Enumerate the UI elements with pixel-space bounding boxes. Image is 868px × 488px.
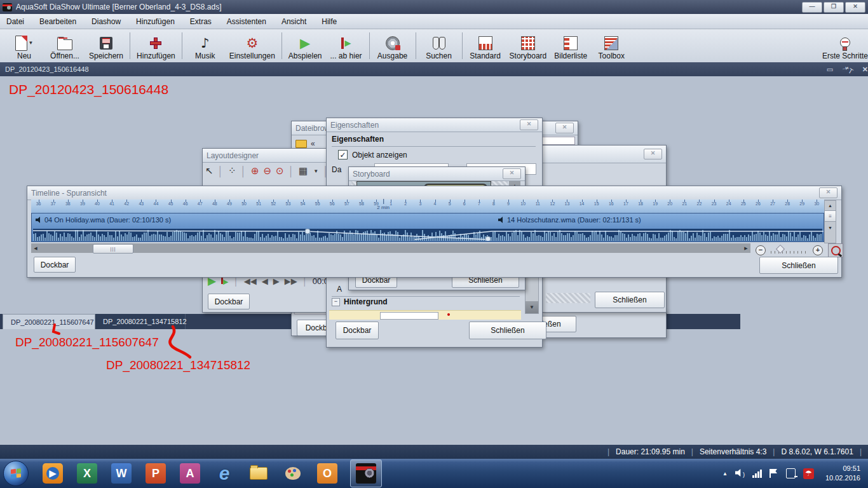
taskbar-paint-icon[interactable] — [283, 463, 303, 484]
zoom-out-icon[interactable]: ⊖ — [263, 165, 271, 177]
music-button[interactable]: ♪ Musik — [185, 31, 226, 60]
eigenschaften-dockbar-button[interactable]: Dockbar — [336, 322, 379, 339]
taskbar-access-icon[interactable]: A — [180, 463, 200, 484]
minimize-button[interactable]: — — [802, 2, 822, 13]
restore-panel-icon[interactable]: ▭ — [827, 65, 833, 74]
menu-assistenten[interactable]: Assistenten — [227, 17, 266, 26]
eigenschaften-title: Eigenschaften — [330, 121, 379, 130]
menu-ansicht[interactable]: Ansicht — [281, 17, 306, 26]
clipped-close-button[interactable]: Schließen — [541, 316, 576, 332]
scrollbar-grip[interactable]: ≡ — [825, 210, 836, 222]
taskbar-powerpoint-icon[interactable]: P — [146, 463, 166, 484]
add-button[interactable]: Hinzufügen — [133, 31, 179, 60]
taskbar-excel-icon[interactable]: X — [77, 463, 97, 484]
close-icon[interactable]: ✕ — [819, 187, 837, 198]
close-icon[interactable]: ✕ — [503, 168, 521, 179]
start-button[interactable] — [3, 461, 29, 486]
timeline-close-button[interactable]: Schließen — [759, 257, 838, 274]
close-icon[interactable]: ✕ — [520, 119, 538, 130]
scroll-left-icon[interactable]: ◀ — [31, 243, 40, 253]
chevron-down-icon[interactable]: ▼ — [313, 168, 318, 174]
close-icon[interactable]: ✕ — [555, 123, 574, 133]
timeline-horizontal-scrollbar[interactable]: ◀ ||| ▶ — [31, 243, 750, 253]
taskbar-media-player-icon[interactable]: ▶ — [43, 463, 63, 484]
action-center-flag-icon[interactable] — [770, 469, 778, 478]
zoom-out-button[interactable]: − — [756, 245, 766, 255]
open-button[interactable]: Öffnen... — [44, 31, 85, 60]
scroll-right-icon[interactable]: ▶ — [742, 243, 750, 253]
zoom-reset-icon[interactable]: ⊙ — [276, 165, 284, 177]
show-object-checkbox[interactable]: ✓ — [338, 150, 348, 159]
taskbar-internet-explorer-icon[interactable]: e — [214, 463, 234, 484]
play-from-here-button[interactable]: ▶ ... ab hier — [326, 31, 367, 60]
grid-icon[interactable]: ▦ — [299, 165, 308, 177]
menu-hinzufuegen[interactable]: Hinzufügen — [136, 17, 175, 26]
menu-diashow[interactable]: Diashow — [92, 17, 121, 26]
scroll-up-icon[interactable]: ▲ — [825, 201, 836, 210]
view-imagelist-button[interactable]: Bilderliste — [550, 31, 591, 60]
tray-expand-icon[interactable]: ▲ — [722, 471, 728, 477]
scrollbar-thumb[interactable]: ||| — [93, 244, 133, 254]
ruler-tick: 11 — [531, 201, 545, 206]
view-standard-button[interactable]: Standard — [465, 31, 506, 60]
eigenschaften-scrollbar[interactable]: ▼ — [525, 277, 539, 314]
taskbar-aquasoft-active[interactable] — [350, 459, 382, 487]
restore-button[interactable]: ❐ — [824, 2, 844, 13]
audio-track-1[interactable]: 04 On Holiday.wma (Dauer: 02:10/130 s) — [36, 216, 171, 224]
taskbar-outlook-icon[interactable]: O — [317, 463, 337, 484]
play-button[interactable]: ▶ Abspielen — [285, 31, 326, 60]
tab-dp-20080221-134715812[interactable]: DP_20080221_134715812 — [95, 314, 186, 329]
network-signal-icon[interactable] — [752, 470, 762, 478]
ruler-tick: 23 — [707, 201, 721, 206]
close-button[interactable]: ✕ — [845, 2, 865, 13]
new-button[interactable]: ▼ Neu — [4, 31, 44, 60]
zoom-fit-button[interactable] — [828, 243, 843, 257]
background-value-input[interactable] — [380, 312, 438, 320]
taskbar-clock[interactable]: 09:51 10.02.2016 — [825, 464, 860, 483]
first-steps-button[interactable]: Erste Schritte — [818, 31, 868, 60]
ruler-tick: 48 — [207, 201, 222, 206]
right-window-close-button[interactable]: Schließen — [595, 292, 665, 308]
menu-hilfe[interactable]: Hilfe — [322, 17, 337, 26]
menu-bearbeiten[interactable]: Bearbeiten — [39, 17, 76, 26]
zoom-in-button[interactable]: + — [813, 245, 823, 255]
settings-button[interactable]: ⚙ Einstellungen — [226, 31, 279, 60]
timeline-vertical-scrollbar[interactable]: ▲ ≡ ▼ — [824, 200, 836, 243]
input-fragment[interactable] — [539, 137, 575, 145]
volume-icon[interactable]: ) — [735, 468, 745, 479]
scroll-down-icon[interactable]: ▼ — [825, 223, 836, 233]
select-cursor-icon[interactable]: ↖ — [205, 165, 214, 177]
audio-track-2[interactable]: 14 Holzschutanz.wma (Dauer: 02:11/131 s) — [498, 216, 641, 224]
view-storyboard-button[interactable]: Storyboard — [506, 31, 551, 60]
output-disc-icon — [386, 36, 400, 50]
ruler-tick: 9 — [501, 201, 516, 206]
zoom-slider[interactable] — [771, 247, 808, 254]
output-button[interactable]: Ausgabe — [372, 31, 413, 60]
search-button[interactable]: Suchen — [419, 31, 459, 60]
taskbar-word-icon[interactable]: W — [111, 463, 132, 484]
audio-track-lane[interactable]: 04 On Holiday.wma (Dauer: 02:10/130 s) 1… — [31, 213, 824, 242]
avira-icon[interactable]: ☂ — [803, 468, 814, 479]
timeline-dockbar-button[interactable]: Dockbar — [34, 257, 76, 273]
folder-icon[interactable] — [295, 140, 307, 148]
scroll-down-icon[interactable]: ▼ — [526, 301, 538, 313]
close-panel-icon[interactable]: ✕ — [862, 65, 868, 74]
taskbar-explorer-icon[interactable] — [248, 463, 269, 484]
eigenschaften-close-button[interactable]: Schließen — [469, 322, 546, 339]
view-toolbox-button[interactable]: Toolbox — [591, 31, 632, 60]
nodes-icon[interactable]: ⁘ — [228, 165, 236, 177]
collapse-chevrons[interactable]: « — [311, 139, 315, 148]
safely-remove-icon[interactable] — [786, 468, 796, 478]
ruler-tick: 50 — [237, 201, 252, 206]
menu-datei[interactable]: Datei — [6, 17, 24, 26]
save-button[interactable]: Speichern — [85, 31, 127, 60]
zoom-in-icon[interactable]: ⊕ — [251, 165, 259, 177]
pin-icon[interactable]: 📌︎T — [841, 63, 854, 75]
layoutdesigner-dockbar-button[interactable]: Dockbar — [208, 294, 250, 309]
tab-dp-20080221-115607647[interactable]: DP_20080221_115607647 — [3, 314, 95, 329]
menu-extras[interactable]: Extras — [190, 17, 212, 26]
zoom-slider-thumb[interactable] — [776, 245, 785, 254]
close-icon[interactable]: ✕ — [644, 149, 662, 159]
chevron-down-icon[interactable]: ▼ — [29, 40, 34, 46]
collapse-section-icon[interactable]: − — [332, 298, 340, 306]
